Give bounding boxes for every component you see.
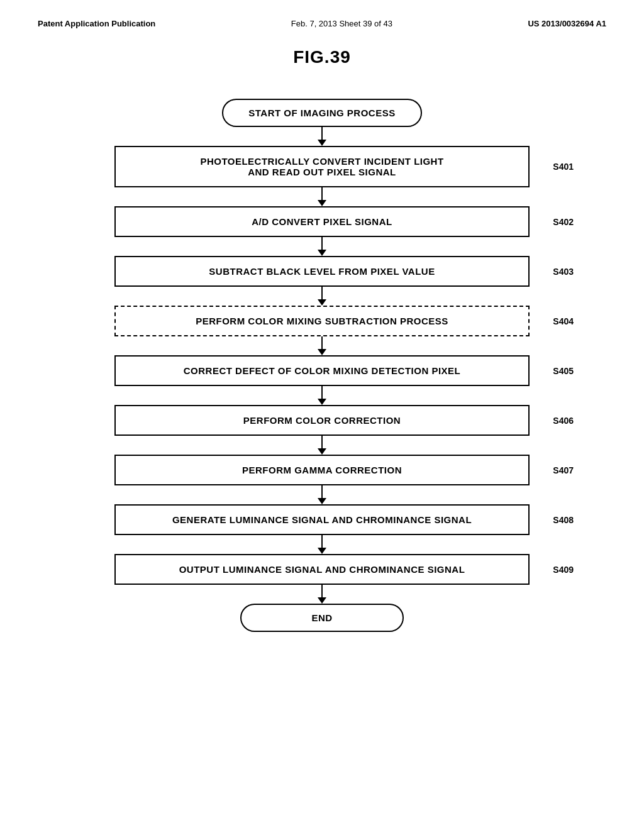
- step-row-s402: A/D CONVERT PIXEL SIGNAL S402: [70, 206, 574, 237]
- step-box-s408: GENERATE LUMINANCE SIGNAL AND CHROMINANC…: [114, 504, 530, 535]
- figure-title: FIG.39: [38, 47, 606, 67]
- step-label-s403: S403: [553, 267, 574, 277]
- step-label-s402: S402: [553, 217, 574, 227]
- arrow-1: [318, 187, 326, 206]
- arrow-2: [318, 237, 326, 256]
- step-box-s405: CORRECT DEFECT OF COLOR MIXING DETECTION…: [114, 355, 530, 386]
- step-row-s406: PERFORM COLOR CORRECTION S406: [70, 405, 574, 436]
- arrow-6: [318, 436, 326, 455]
- arrow-0: [318, 127, 326, 146]
- step-row-s407: PERFORM GAMMA CORRECTION S407: [70, 455, 574, 485]
- step-box-s402: A/D CONVERT PIXEL SIGNAL: [114, 206, 530, 237]
- step-row-s401: PHOTOELECTRICALLY CONVERT INCIDENT LIGHT…: [70, 146, 574, 187]
- flowchart: START OF IMAGING PROCESS PHOTOELECTRICAL…: [38, 99, 606, 632]
- header: Patent Application Publication Feb. 7, 2…: [38, 19, 606, 28]
- step-label-s404: S404: [553, 316, 574, 326]
- arrow-9: [318, 585, 326, 604]
- step-box-s407: PERFORM GAMMA CORRECTION: [114, 455, 530, 485]
- step-label-s406: S406: [553, 416, 574, 426]
- step-row-s404: PERFORM COLOR MIXING SUBTRACTION PROCESS…: [70, 306, 574, 336]
- step-box-s403: SUBTRACT BLACK LEVEL FROM PIXEL VALUE: [114, 256, 530, 287]
- step-label-s408: S408: [553, 515, 574, 525]
- arrow-3: [318, 287, 326, 306]
- step-label-s409: S409: [553, 565, 574, 575]
- step-box-s401: PHOTOELECTRICALLY CONVERT INCIDENT LIGHT…: [114, 146, 530, 187]
- step-box-s404: PERFORM COLOR MIXING SUBTRACTION PROCESS: [114, 306, 530, 336]
- start-box: START OF IMAGING PROCESS: [222, 99, 421, 127]
- step-label-s401: S401: [553, 162, 574, 172]
- arrow-5: [318, 386, 326, 405]
- step-label-s405: S405: [553, 366, 574, 376]
- step-box-s409: OUTPUT LUMINANCE SIGNAL AND CHROMINANCE …: [114, 554, 530, 585]
- step-row-s408: GENERATE LUMINANCE SIGNAL AND CHROMINANC…: [70, 504, 574, 535]
- page: Patent Application Publication Feb. 7, 2…: [0, 0, 644, 830]
- step-label-s407: S407: [553, 465, 574, 475]
- step-row-s405: CORRECT DEFECT OF COLOR MIXING DETECTION…: [70, 355, 574, 386]
- step-box-s406: PERFORM COLOR CORRECTION: [114, 405, 530, 436]
- arrow-7: [318, 485, 326, 504]
- step-row-s409: OUTPUT LUMINANCE SIGNAL AND CHROMINANCE …: [70, 554, 574, 585]
- header-right: US 2013/0032694 A1: [528, 19, 606, 28]
- arrow-4: [318, 336, 326, 355]
- header-left: Patent Application Publication: [38, 19, 155, 28]
- header-middle: Feb. 7, 2013 Sheet 39 of 43: [291, 19, 392, 28]
- step-row-s403: SUBTRACT BLACK LEVEL FROM PIXEL VALUE S4…: [70, 256, 574, 287]
- end-row: END: [70, 604, 574, 632]
- arrow-8: [318, 535, 326, 554]
- end-box: END: [240, 604, 404, 632]
- start-row: START OF IMAGING PROCESS: [70, 99, 574, 127]
